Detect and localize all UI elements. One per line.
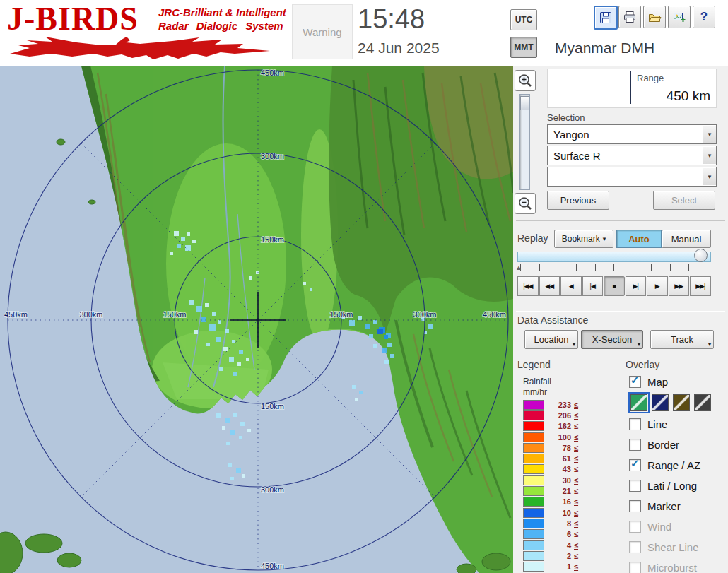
x-section-button[interactable]: X-Section ▾ [581,330,643,349]
legend-threshold-link[interactable]: ≤ [574,433,578,442]
selection-section-label: Selection [547,112,585,123]
legend-unit-label: Rainfall mm/hr [523,377,551,398]
legend-threshold-link[interactable]: ≤ [574,562,578,571]
open-file-button[interactable] [643,6,666,28]
overlay-item-line[interactable]: Line [629,415,727,433]
legend-threshold-link[interactable]: ≤ [574,422,578,430]
range-ring-label: 450km [4,310,28,319]
legend-threshold-value: 61 [550,454,571,463]
print-button[interactable] [618,6,641,28]
playback-stop-button[interactable]: ■ [604,276,625,296]
replay-timeline-slider[interactable] [517,252,711,262]
playback-fast-forward-button[interactable]: ▶▶ [669,276,690,296]
location-button[interactable]: Location ▾ [524,330,578,349]
auto-mode-button[interactable]: Auto [616,230,662,248]
bookmark-button[interactable]: Bookmark ▾ [554,230,613,248]
map-style-swatches [629,393,727,412]
overlay-item-lati-long[interactable]: Lati / Long [629,476,727,495]
playback-fast-rewind-button[interactable]: ◀◀ [539,276,560,296]
select-button-label: Select [671,195,697,206]
legend-threshold-link[interactable]: ≤ [574,465,578,473]
legend-entry: 16≤ [523,497,578,507]
range-ring-label: 450km [483,310,506,319]
zoom-in-button[interactable] [515,70,536,91]
map-zoom-slider[interactable] [519,94,530,190]
legend-threshold-link[interactable]: ≤ [574,411,578,420]
range-ring-label: 300km [79,310,102,319]
legend-threshold-link[interactable]: ≤ [574,454,578,463]
timezone-utc-button[interactable]: UTC [510,9,537,30]
capture-image-button[interactable] [668,6,691,28]
playback-play-button[interactable]: ▶ [647,276,668,296]
checkbox[interactable] [629,439,641,451]
map-style-swatch-3[interactable] [673,394,690,411]
playback-step-forward-button[interactable]: ▶| [626,276,647,296]
legend-color-swatch [523,464,544,474]
map-style-swatch-2[interactable] [652,394,669,411]
precipitation-echo [206,343,210,346]
overlay-item-map[interactable]: ✓Map [629,372,727,391]
overlay-item-border[interactable]: Border [629,435,727,454]
overlay-item-range-az[interactable]: ✓Range / AZ [629,456,727,474]
checkbox[interactable] [629,500,641,512]
zoom-out-button[interactable] [515,193,536,214]
legend-threshold-link[interactable]: ≤ [574,552,578,560]
checkbox[interactable] [629,418,641,430]
manual-mode-button[interactable]: Manual [662,230,711,248]
precipitation-echo [303,282,306,285]
playback-play-reverse-button[interactable]: ◀ [560,276,582,296]
warning-indicator[interactable]: Warning [292,4,353,59]
magnifier-minus-icon [517,196,533,211]
legend-threshold-link[interactable]: ≤ [574,541,578,550]
timezone-mmt-button[interactable]: MMT [510,37,537,58]
replay-timeline-thumb[interactable] [694,249,708,262]
checkbox[interactable]: ✓ [629,376,641,388]
check-icon: ✓ [630,457,640,470]
playback-skip-start-button[interactable]: |◀◀ [517,276,539,296]
map-zoom-slider-thumb[interactable] [520,96,529,110]
track-button-label: Track [671,334,693,345]
legend-threshold-link[interactable]: ≤ [574,476,578,485]
precipitation-echo [226,442,230,445]
checkbox[interactable] [629,480,641,492]
range-ring-label: 150km [329,310,353,319]
legend-entry: 30≤ [523,475,578,485]
site-dropdown[interactable]: Yangon ▼ [547,124,717,144]
dropdown-arrow-icon[interactable]: ▼ [703,126,716,143]
legend-color-swatch [523,432,544,442]
map-style-swatch-4[interactable] [694,394,711,411]
precipitation-echo [174,231,179,236]
legend-entry: 4≤ [523,540,578,550]
dropdown-arrow-icon[interactable]: ▼ [703,147,716,164]
playback-step-back-button[interactable]: |◀ [582,276,604,296]
precipitation-echo [249,276,252,280]
legend-threshold-link[interactable]: ≤ [574,401,578,409]
product-dropdown[interactable]: Surface R ▼ [547,146,717,165]
precipitation-echo [219,367,223,371]
precipitation-echo [358,316,362,320]
legend-unit-line2: mm/hr [523,387,551,398]
legend-threshold-link[interactable]: ≤ [574,509,578,517]
save-button[interactable] [594,6,618,30]
legend-section-label: Legend [517,359,551,370]
precipitation-echo [192,240,196,243]
legend-threshold-link[interactable]: ≤ [574,444,578,452]
legend-threshold-value: 43 [550,465,571,473]
precipitation-echo [205,303,209,307]
previous-button[interactable]: Previous [547,191,609,210]
utc-label: UTC [515,15,533,25]
track-button[interactable]: Track ▾ [650,330,714,349]
overlay-item-marker[interactable]: Marker [629,497,727,515]
legend-threshold-link[interactable]: ≤ [574,487,578,495]
checkbox[interactable]: ✓ [629,459,641,471]
option-dropdown[interactable]: ▼ [547,167,717,187]
legend-threshold-link[interactable]: ≤ [574,519,578,528]
legend-threshold-link[interactable]: ≤ [574,497,578,506]
help-button[interactable]: ? [693,6,715,28]
map-style-swatch-1[interactable] [630,394,647,411]
overlay-item-label: Line [647,418,667,430]
playback-skip-end-button[interactable]: ▶▶| [690,276,711,296]
legend-threshold-link[interactable]: ≤ [574,530,578,538]
dropdown-arrow-icon[interactable]: ▼ [703,168,716,185]
radar-map-display[interactable]: 450km 300km 150km 150km 300km 450km 450k… [0,66,513,573]
